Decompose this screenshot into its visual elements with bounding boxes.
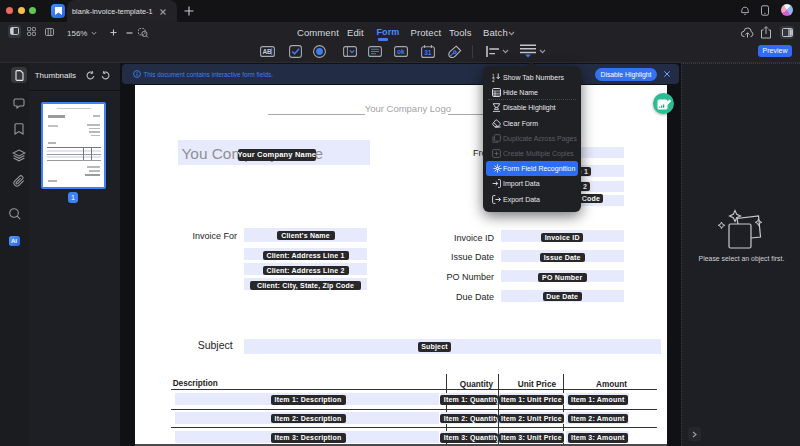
- svg-text:ok: ok: [397, 48, 405, 55]
- svg-text:AB: AB: [262, 48, 272, 55]
- svg-text:2: 2: [492, 78, 495, 82]
- svg-text:31: 31: [424, 49, 432, 56]
